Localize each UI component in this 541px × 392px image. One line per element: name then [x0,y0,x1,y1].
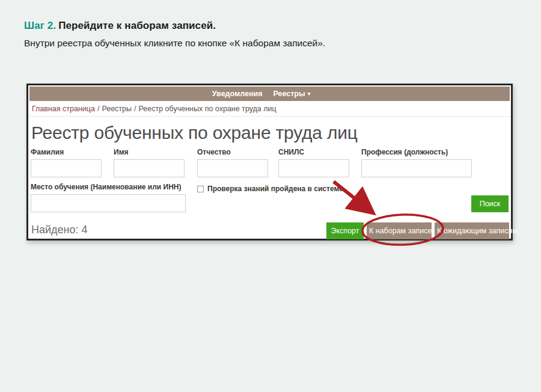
app-screenshot: Уведомления Реестры▾ Главная страница / … [26,84,513,240]
field-middlename: Отчество [197,148,268,177]
export-button[interactable]: Экспорт [326,222,364,239]
step-title: Перейдите к наборам записей. [58,20,216,31]
top-navbar: Уведомления Реестры▾ [29,87,510,101]
field-lastname: Фамилия [31,148,102,177]
training-place-label: Место обучения (Наименование или ИНН) [31,183,186,191]
nav-item-registries[interactable]: Реестры▾ [274,90,311,98]
field-training-place: Место обучения (Наименование или ИНН) [31,183,186,212]
firstname-label: Имя [114,148,185,156]
step-number: Шаг 2. [24,20,56,31]
page-title: Реестр обученных по охране труда лиц [31,123,358,143]
breadcrumb: Главная страница / Реестры / Реестр обуч… [28,101,511,117]
middlename-label: Отчество [197,148,268,156]
pending-records-button[interactable]: К ожидающим записям [435,222,509,239]
breadcrumb-separator: / [97,105,99,113]
search-button[interactable]: Поиск [471,195,509,212]
firstname-input[interactable] [114,159,185,177]
step-heading: Шаг 2.Перейдите к наборам записей. [24,20,325,32]
training-place-input[interactable] [31,194,186,212]
record-sets-button[interactable]: К наборам записей [367,222,432,239]
breadcrumb-registries: Реестры [102,105,132,113]
knowledge-check-label: Проверка знаний пройдена в системе [207,185,343,193]
knowledge-check-row: Проверка знаний пройдена в системе [197,185,343,193]
middlename-input[interactable] [197,159,268,177]
lastname-label: Фамилия [31,148,102,156]
field-profession: Профессия (должность) [361,148,472,177]
found-label: Найдено: [31,224,79,236]
breadcrumb-current: Реестр обученных по охране труда лиц [139,105,277,113]
breadcrumb-separator: / [134,105,136,113]
snils-input[interactable] [278,159,349,177]
nav-registries-label: Реестры [274,90,305,98]
profession-label: Профессия (должность) [361,148,472,156]
field-firstname: Имя [114,148,185,177]
knowledge-check-checkbox[interactable] [197,186,204,192]
lastname-input[interactable] [31,159,102,177]
results-count: Найдено: 4 [31,224,88,236]
found-count: 4 [82,224,88,236]
field-snils: СНИЛС [278,148,349,177]
snils-label: СНИЛС [278,148,349,156]
nav-item-notifications[interactable]: Уведомления [212,90,263,98]
app-window: Уведомления Реестры▾ Главная страница / … [28,85,511,239]
instruction-block: Шаг 2.Перейдите к наборам записей. Внутр… [24,20,325,49]
breadcrumb-home-link[interactable]: Главная страница [32,105,95,113]
step-description: Внутри реестра обученных кликните по кно… [24,38,325,49]
profession-input[interactable] [361,159,472,177]
chevron-down-icon: ▾ [308,91,311,97]
